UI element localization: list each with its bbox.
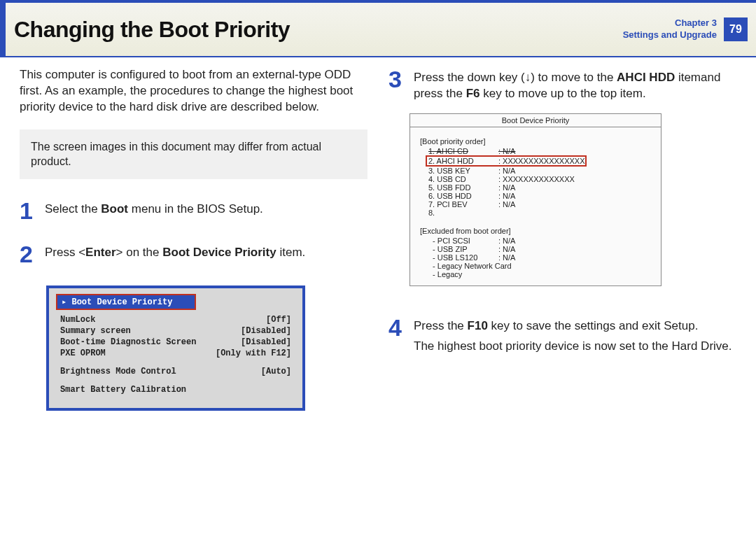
bios2-body: [Boot priority order] 1. AHCI CD: N/A2. … bbox=[410, 127, 661, 285]
step-number: 1 bbox=[20, 199, 38, 223]
step-2-text: Press <Enter> on the Boot Device Priorit… bbox=[45, 242, 305, 266]
step-1: 1 Select the Boot menu in the BIOS Setup… bbox=[20, 199, 368, 223]
step-4: 4 Press the F10 key to save the settings… bbox=[388, 316, 736, 355]
chapter-line1: Chapter 3 bbox=[623, 17, 717, 29]
chapter-line2: Settings and Upgrade bbox=[623, 29, 717, 41]
boot-order-item: 6. USB HDD: N/A bbox=[428, 192, 651, 200]
step-4-text: Press the F10 key to save the settings a… bbox=[414, 316, 732, 355]
excluded-item: - Legacy bbox=[428, 270, 651, 278]
boot-order-item: 5. USB FDD: N/A bbox=[428, 183, 651, 192]
excluded-item: - PCI SCSI: N/A bbox=[428, 237, 651, 245]
step-number: 3 bbox=[388, 67, 407, 102]
boot-order-item: 3. USB KEY: N/A bbox=[428, 167, 651, 175]
step-2: 2 Press <Enter> on the Boot Device Prior… bbox=[20, 242, 368, 266]
boot-order-item: 4. USB CD: XXXXXXXXXXXXXX bbox=[428, 175, 651, 183]
chapter-block: Chapter 3 Settings and Upgrade bbox=[623, 17, 717, 41]
excluded-item: - Legacy Network Card bbox=[428, 262, 651, 270]
bios-screenshot-2: Boot Device Priority [Boot priority orde… bbox=[410, 113, 662, 286]
note-box: The screen images in this document may d… bbox=[20, 129, 368, 179]
bios2-section2-label: [Excluded from boot order] bbox=[420, 227, 651, 235]
bios2-section1-label: [Boot priority order] bbox=[420, 137, 651, 146]
content-area: This computer is configured to boot from… bbox=[0, 57, 756, 411]
page-number: 79 bbox=[724, 17, 748, 41]
step-3-text: Press the down key (↓) to move to the AH… bbox=[414, 67, 736, 102]
step-3: 3 Press the down key (↓) to move to the … bbox=[388, 67, 736, 102]
bios1-highlight: ▸ Boot Device Priority bbox=[56, 294, 196, 310]
excluded-item: - USB ZIP: N/A bbox=[428, 245, 651, 253]
bios-screenshot-1: ▸ Boot Device Priority NumLock[Off]Summa… bbox=[46, 285, 305, 411]
intro-text: This computer is configured to boot from… bbox=[20, 67, 368, 115]
boot-order-item: 7. PCI BEV: N/A bbox=[428, 200, 651, 209]
bios1-row: Summary screen[Disabled] bbox=[56, 325, 295, 337]
page-title: Changing the Boot Priority bbox=[14, 17, 290, 43]
bios1-row: PXE OPROM[Only with F12] bbox=[56, 348, 295, 359]
bios1-row-bmc: Brightness Mode Control[Auto] bbox=[56, 366, 295, 377]
left-column: This computer is configured to boot from… bbox=[20, 67, 368, 411]
bios1-row-sbc: Smart Battery Calibration bbox=[56, 384, 295, 395]
boot-order-item: 2. AHCI HDD: XXXXXXXXXXXXXXXX bbox=[426, 155, 587, 167]
bios1-row: Boot-time Diagnostic Screen[Disabled] bbox=[56, 337, 295, 348]
bios2-order-list: 1. AHCI CD: N/A2. AHCI HDD: XXXXXXXXXXXX… bbox=[428, 147, 651, 217]
bios1-row: NumLock[Off] bbox=[56, 314, 295, 325]
step-1-text: Select the Boot menu in the BIOS Setup. bbox=[45, 199, 263, 223]
bios2-excluded-list: - PCI SCSI: N/A - USB ZIP: N/A - USB LS1… bbox=[428, 237, 651, 278]
boot-order-item: 1. AHCI CD: N/A bbox=[428, 147, 651, 155]
step-number: 4 bbox=[388, 316, 407, 355]
bios2-title: Boot Device Priority bbox=[410, 114, 661, 127]
header-right: Chapter 3 Settings and Upgrade 79 bbox=[623, 17, 748, 41]
step-number: 2 bbox=[20, 242, 38, 266]
page-header: Changing the Boot Priority Chapter 3 Set… bbox=[0, 0, 756, 57]
boot-order-item: 8. bbox=[428, 209, 651, 217]
excluded-item: - USB LS120: N/A bbox=[428, 253, 651, 262]
right-column: 3 Press the down key (↓) to move to the … bbox=[388, 67, 736, 411]
